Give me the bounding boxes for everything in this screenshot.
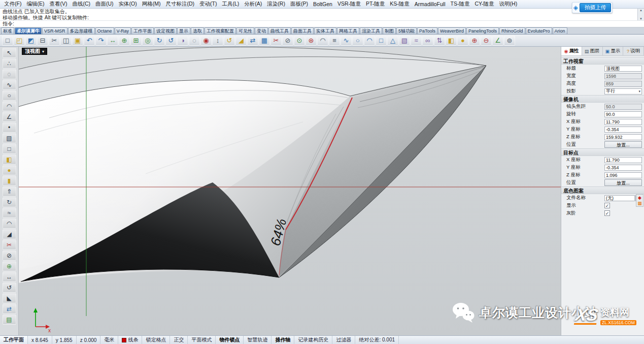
dock-gem-icon[interactable]: ◆ — [638, 195, 641, 200]
toolbar-tab[interactable]: 曲线工具 — [268, 27, 291, 34]
toolbar-tab[interactable]: PaTools — [417, 27, 437, 34]
move-icon[interactable]: ↕ — [212, 36, 223, 46]
panel-tab-显示[interactable]: ▣显示 — [603, 47, 624, 55]
split-icon[interactable]: ⊘ — [282, 36, 293, 46]
toolbar-tab[interactable]: 渲染工具 — [360, 27, 382, 34]
value-field[interactable]: 1.096 — [604, 172, 642, 178]
arc-icon[interactable]: ◠ — [364, 36, 375, 46]
panel-tab-说明[interactable]: ?说明 — [623, 47, 644, 55]
extrude-icon[interactable]: ⇅ — [434, 36, 445, 46]
menu-item[interactable]: KS-随意 — [387, 0, 412, 8]
fillet-icon[interactable]: ◠ — [3, 218, 16, 229]
undo-icon[interactable]: ↶ — [84, 36, 95, 46]
scale-icon[interactable]: ◢ — [235, 36, 247, 46]
menu-item[interactable]: 尺寸标注(D) — [163, 0, 197, 8]
toolbar-tab[interactable]: VSR-MSR — [42, 27, 67, 34]
menu-item[interactable]: 网格(M) — [140, 0, 163, 8]
select-points-icon[interactable]: ∴ — [3, 58, 16, 69]
toolbar-tab[interactable]: PanelingTools — [466, 27, 499, 34]
units-label[interactable]: 毫米 — [100, 336, 118, 344]
checkbox[interactable]: ✓ — [604, 210, 610, 216]
place-button[interactable]: 放置... — [604, 179, 642, 186]
open-file-icon[interactable]: ◰ — [14, 36, 25, 46]
scale-icon[interactable]: ◣ — [3, 293, 16, 303]
value-field[interactable]: 859 — [604, 81, 642, 87]
scroll-down-icon[interactable]: ▼ — [639, 17, 642, 20]
value-field[interactable]: 1598 — [604, 73, 642, 79]
value-field[interactable]: 159.932 — [604, 134, 642, 140]
select-arrow-icon[interactable]: ↖ — [3, 48, 16, 58]
menu-item[interactable]: PT-随意 — [363, 0, 387, 8]
join-icon[interactable]: ⊕ — [3, 261, 16, 271]
options-icon[interactable]: ⊚ — [504, 36, 515, 46]
cut-icon[interactable]: ✂ — [49, 36, 60, 46]
status-toggle[interactable]: 操作轴 — [272, 336, 294, 344]
command-area[interactable]: 曲线法点 已加入至选取集合。 移动操作轴。快捷 Alt 键可以复制物件: ▲ ▼ — [0, 9, 644, 21]
toolbar-tab[interactable]: 标准 — [1, 27, 14, 34]
curve-icon[interactable]: ∿ — [3, 80, 16, 90]
menu-item[interactable]: BoltGen — [311, 1, 335, 8]
layers-icon[interactable]: ▤ — [3, 315, 16, 325]
sweep-icon[interactable]: ∞ — [422, 36, 433, 46]
command-scrollbar[interactable]: ▲ ▼ — [637, 9, 644, 20]
toolbar-tab[interactable]: 显示 — [177, 27, 190, 34]
rotate-view-icon[interactable]: ↻ — [154, 36, 165, 46]
zoom-extents-icon[interactable]: ◎ — [142, 36, 153, 46]
status-toggle[interactable]: 记录建构历史 — [294, 336, 332, 344]
status-toggle[interactable]: 过滤器 — [332, 336, 355, 344]
toolbar-tab[interactable]: 5轴功能 — [396, 27, 417, 34]
paste-icon[interactable]: ▣ — [72, 36, 83, 46]
array-icon[interactable]: ▦ — [259, 36, 270, 46]
new-file-icon[interactable]: □ — [2, 36, 13, 46]
value-field[interactable]: -0.354 — [604, 127, 642, 133]
circle-icon[interactable]: ○ — [352, 36, 363, 46]
zoom-icon[interactable]: ⊕ — [119, 36, 130, 46]
join-icon[interactable]: ⊙ — [294, 36, 305, 46]
cplane-button[interactable]: 工作平面 — [0, 336, 28, 344]
revolve-icon[interactable]: ↻ — [3, 197, 16, 207]
copy-icon[interactable]: ◫ — [60, 36, 72, 46]
toolbar-tab[interactable]: 多边形建模 — [68, 27, 95, 34]
status-toggle[interactable]: 智慧轨迹 — [244, 336, 272, 344]
toolbar-tab[interactable]: 可见性 — [236, 27, 254, 34]
mirror-icon[interactable]: ⇄ — [247, 36, 258, 46]
menu-item[interactable]: 曲线(C) — [70, 0, 93, 8]
circle-icon[interactable]: ○ — [3, 90, 16, 101]
rotate-icon[interactable]: ↺ — [3, 283, 16, 293]
toolbar-tab[interactable]: 卓尔谟犀牛 — [15, 27, 42, 34]
polyline-icon[interactable]: ∠ — [3, 112, 16, 122]
menu-item[interactable]: 文件(F) — [2, 0, 24, 8]
menu-item[interactable]: 变动(T) — [197, 0, 219, 8]
menu-item[interactable]: 说明(H) — [497, 0, 520, 8]
explode-icon[interactable]: ⊛ — [306, 36, 317, 46]
value-field[interactable]: 顶视图 — [604, 66, 642, 72]
upload-button[interactable]: 拍摄上传 — [580, 3, 611, 12]
move-icon[interactable]: ↔ — [3, 272, 16, 282]
wireframe-view-icon[interactable]: ◌ — [189, 36, 200, 46]
upload-widget[interactable]: ◈ 拍摄上传 — [572, 2, 613, 13]
plane-icon[interactable]: □ — [3, 144, 16, 154]
toolbar-tab[interactable]: RhinoGold — [499, 27, 525, 34]
surface-icon[interactable]: ▧ — [399, 36, 410, 46]
menu-item[interactable]: 实体(O) — [116, 0, 140, 8]
projection-select[interactable]: 平行▾ — [604, 88, 642, 95]
menu-item[interactable]: CY-随意 — [472, 0, 496, 8]
toolbar-tab[interactable]: 工作平面 — [131, 27, 154, 34]
trim-icon[interactable]: ✂ — [270, 36, 282, 46]
status-toggle[interactable]: 平面模式 — [188, 336, 216, 344]
scroll-up-icon[interactable]: ▲ — [639, 9, 642, 12]
split-icon[interactable]: ⊘ — [3, 251, 16, 261]
place-button[interactable]: 放置... — [604, 141, 642, 148]
panel-tab-属性[interactable]: ◉属性 — [561, 47, 582, 55]
fillet-icon[interactable]: ◠ — [317, 36, 328, 46]
boolean-union-icon[interactable]: ⊕ — [469, 36, 480, 46]
save-file-icon[interactable]: ◩ — [25, 36, 37, 46]
panel-tab-图层[interactable]: ▤图层 — [582, 47, 603, 55]
value-field[interactable]: 50.0 — [604, 104, 642, 110]
point-icon[interactable]: • — [3, 122, 16, 133]
toolbar-tab[interactable]: WeaverBird — [438, 27, 466, 34]
command-prompt-input[interactable]: 指令: — [0, 21, 644, 27]
trim-icon[interactable]: ✂ — [3, 240, 16, 250]
toolbar-tab[interactable]: 工作视窗配置 — [205, 27, 236, 34]
viewport-canvas[interactable]: 64% x — [19, 47, 561, 335]
